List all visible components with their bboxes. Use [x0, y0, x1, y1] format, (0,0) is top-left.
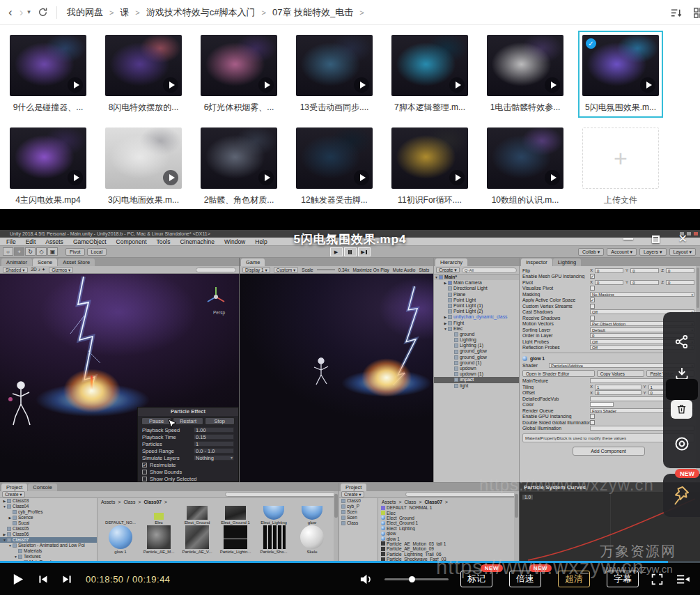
asset-thumbnail: Particle_AE_M...	[141, 525, 176, 554]
object-name: updown (1)	[460, 371, 483, 377]
refresh-button[interactable]	[38, 7, 48, 17]
file-tile[interactable]: 11初识For循环....	[391, 128, 468, 206]
inspector-row: Apply Active Color Space✓	[522, 298, 694, 304]
forward-button[interactable]: ›	[20, 6, 24, 18]
checkbox-icon	[590, 316, 595, 320]
file-name: 13受击动画同步....	[296, 102, 373, 114]
inspector-row: MaskingNo Masking	[522, 291, 694, 298]
folder-name: Scen	[347, 515, 357, 520]
inspector-row: Visualize Pivot	[522, 286, 694, 292]
file-tile[interactable]: ✓5闪电氛围效果.m...	[582, 35, 659, 114]
breadcrumb-item[interactable]: 我的网盘	[67, 6, 103, 19]
folder-name: Class05	[13, 526, 29, 532]
folder-name: Class03	[13, 498, 29, 504]
asset-icon	[381, 516, 385, 520]
file-tile[interactable]: 3闪电地面效果.m...	[105, 128, 182, 206]
folder-icon	[13, 521, 17, 525]
asset-name: Particle_AE_Motion_03_tail 1	[387, 541, 446, 546]
axis-label: X	[590, 385, 593, 389]
file-tile[interactable]: 10数组的认识.m...	[487, 128, 563, 206]
player-button-超清[interactable]: 超清	[558, 571, 590, 587]
inspector-label: Sorting Layer	[522, 327, 590, 332]
player-button-标记[interactable]: 标记NEW	[460, 571, 492, 587]
hierarchy-item: updown (1)	[434, 371, 519, 377]
object-name: Lighting	[460, 337, 476, 343]
new-badge: NEW	[481, 564, 503, 572]
playlist-icon[interactable]	[676, 573, 690, 585]
open-shader-editor-button: Open in Shader Editor	[522, 370, 595, 377]
object-name: updown	[460, 366, 476, 371]
tree-arrow-icon: ▶	[443, 320, 448, 326]
file-tile[interactable]: 13受击动画同步....	[296, 35, 373, 114]
file-tile[interactable]: 8闪电特效摆放的...	[105, 35, 182, 114]
video-player: Unity 2018.4.5f1 Personal - Main.unity -…	[0, 209, 700, 595]
unity-game-view: Game Display 1 ▾ Custom ▾ Scale 0.34x Ma…	[239, 258, 433, 482]
volume-icon[interactable]	[359, 573, 373, 586]
side-toolbar	[663, 312, 700, 468]
folder-icon	[13, 516, 17, 520]
breadcrumb-item[interactable]: 课	[120, 6, 129, 19]
object-name: unitychan_dynamic_class	[453, 314, 507, 320]
checkbox-icon	[142, 477, 147, 481]
object-icon	[448, 286, 452, 291]
file-tile[interactable]: 6灯光体积烟雾、...	[201, 35, 277, 114]
next-button[interactable]	[61, 573, 73, 585]
particle-row: Playback Time0.15	[138, 433, 238, 440]
file-tile[interactable]: 7脚本逻辑整理.m...	[391, 35, 468, 114]
pin-button[interactable]: NEW	[663, 474, 700, 517]
fullscreen-icon[interactable]	[651, 573, 664, 586]
inspector-label: Apply Active Color Space	[522, 298, 590, 302]
back-button[interactable]: ‹	[8, 6, 13, 18]
project-folder: ▼Class07	[0, 537, 97, 543]
volume-slider[interactable]	[384, 578, 449, 580]
player-button-倍速[interactable]: 倍速NEW	[509, 571, 541, 587]
folder-name: Class04	[13, 504, 29, 509]
hierarchy-item: Point Light (1)	[434, 303, 519, 309]
breadcrumb-item[interactable]: 游戏技术特效与c#脚本入门	[146, 6, 256, 19]
share-button[interactable]	[674, 334, 690, 353]
object-icon	[448, 281, 452, 285]
upload-tile[interactable]: +上传文件	[582, 128, 659, 206]
file-tile[interactable]: 2骷髅、角色材质...	[201, 128, 277, 206]
file-thumbnail	[296, 128, 373, 189]
view-toggle-icon[interactable]	[693, 7, 700, 19]
project-folder: ▶Class06	[0, 532, 97, 537]
play-triangle-icon	[551, 82, 557, 88]
project-folder: ▼Class04	[0, 504, 97, 509]
unity-pivot-button: Pivot	[65, 248, 85, 256]
file-tile[interactable]: 4主闪电效果.mp4	[10, 128, 86, 206]
particle-row: Playback Speed1.00	[138, 426, 238, 433]
play-triangle-icon	[74, 82, 79, 88]
hierarchy-item: ground_glow	[434, 348, 519, 354]
project-folder: ▶Scence	[0, 515, 97, 520]
file-name: 2骷髅、角色材质...	[201, 194, 277, 206]
video-frame[interactable]: Unity 2018.4.5f1 Personal - Main.unity -…	[0, 230, 700, 563]
selected-check-icon: ✓	[586, 38, 596, 49]
checkbox-checked-icon: ✓	[590, 298, 595, 302]
axis-label: X	[590, 280, 593, 284]
file-name: 9什么是碰撞器、...	[10, 102, 86, 114]
delete-button[interactable]	[671, 400, 692, 419]
unity-local-button: Local	[87, 248, 107, 256]
nav-buttons: ‹ › ▾	[8, 6, 48, 18]
hierarchy-item: Directional Light	[434, 286, 519, 291]
close-icon[interactable]: ✕	[678, 233, 687, 245]
play-icon	[258, 77, 274, 93]
file-tile[interactable]: 9什么是碰撞器、...	[10, 35, 86, 114]
play-button[interactable]	[11, 573, 24, 586]
sort-icon[interactable]	[670, 7, 682, 19]
maximize-icon[interactable]	[652, 235, 660, 243]
history-dropdown-icon[interactable]: ▾	[27, 9, 31, 15]
file-tile[interactable]: 12触发器受击脚...	[296, 128, 373, 206]
record-button[interactable]	[674, 435, 690, 455]
player-button-字幕[interactable]: 字幕	[607, 571, 639, 587]
folder-icon	[341, 504, 345, 509]
previous-button[interactable]	[37, 573, 49, 585]
minimize-icon[interactable]	[623, 238, 633, 240]
file-tile[interactable]: 1电击骷髅特效参...	[487, 35, 563, 114]
asset-icon	[381, 521, 385, 525]
inspector-label: Visualize Pivot	[522, 286, 590, 291]
project-folder: cyb_Profiles	[0, 509, 97, 515]
asset-icon	[185, 525, 209, 549]
breadcrumb-item[interactable]: 07章 技能特效_电击	[272, 6, 353, 19]
